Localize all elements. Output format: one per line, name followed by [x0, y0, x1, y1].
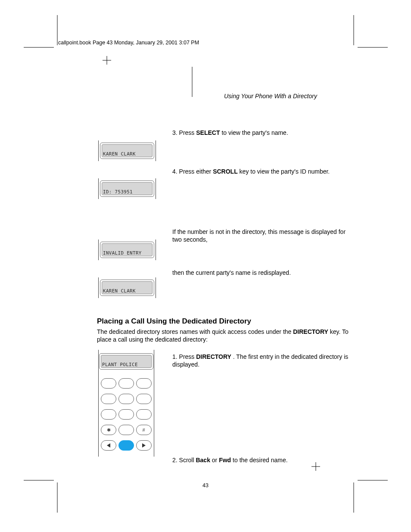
key-3[interactable]	[136, 378, 152, 389]
page: callpoint.book Page 43 Monday, January 2…	[0, 0, 411, 532]
frame-bar	[154, 350, 154, 457]
triangle-left-icon	[107, 443, 110, 448]
fwd-key-label: Fwd	[219, 457, 231, 464]
key-2[interactable]	[118, 378, 134, 389]
lcd-screen: ID: 753951	[100, 180, 154, 197]
key-8[interactable]	[118, 409, 134, 420]
scroll-key-label: SCROLL	[213, 168, 238, 175]
frame-bar	[156, 178, 156, 199]
key-5[interactable]	[118, 394, 134, 404]
key-7[interactable]	[101, 409, 116, 420]
crop-marks	[0, 0, 411, 532]
dir-step-1-a: 1. Press	[172, 353, 196, 360]
page-number: 43	[202, 482, 209, 488]
running-header: callpoint.book Page 43 Monday, January 2…	[58, 40, 199, 46]
lcd-invalid-display: INVALID ENTRY	[98, 240, 156, 260]
key-scroll-fwd[interactable]	[136, 440, 152, 451]
frame-bar	[98, 277, 99, 298]
step-4-a: 4. Press either	[172, 168, 213, 175]
lcd-text: KAREN CLARK	[103, 151, 151, 157]
key-star[interactable]: ✱	[101, 425, 116, 435]
key-scroll-back[interactable]	[101, 440, 116, 451]
lcd-text: INVALID ENTRY	[103, 250, 151, 256]
step-3-a: 3. Press	[172, 129, 196, 136]
frame-bar	[98, 350, 99, 457]
dir-step-2: 2. Scroll Back or Fwd to the desired nam…	[172, 457, 349, 464]
triangle-right-icon	[142, 443, 146, 448]
lcd-id-display: ID: 753951	[98, 178, 156, 199]
dir-step-2-mid: or	[212, 457, 219, 464]
frame-bar	[156, 240, 156, 260]
lcd-name-redisplay: KAREN CLARK	[98, 277, 156, 298]
lcd-text: ID: 753951	[103, 189, 151, 195]
section-body: The dedicated directory stores names wit…	[97, 328, 351, 343]
frame-bar	[98, 178, 99, 199]
key-directory[interactable]	[118, 440, 134, 451]
key-9[interactable]	[136, 409, 152, 420]
select-key-label: SELECT	[196, 129, 220, 136]
lcd-text: PLANT POLICE	[102, 362, 150, 367]
dir-step-2-b: to the desired name.	[233, 457, 288, 464]
step-3: 3. Press SELECT to view the party's name…	[172, 129, 288, 137]
section-body-a: The dedicated directory stores names wit…	[97, 328, 293, 335]
lcd-screen: INVALID ENTRY	[100, 242, 154, 258]
page-title: Using Your Phone With a Directory	[224, 93, 317, 100]
lcd-screen: KAREN CLARK	[100, 280, 154, 296]
lcd-screen: PLANT POLICE	[99, 353, 153, 370]
invalid-note-2: then the current party's name is redispl…	[172, 269, 349, 277]
invalid-note-1: If the number is not in the directory, t…	[172, 228, 349, 243]
step-4: 4. Press either SCROLL key to view the p…	[172, 168, 349, 176]
frame-bar	[98, 240, 99, 260]
section-heading: Placing a Call Using the Dedicated Direc…	[97, 317, 251, 326]
key-4[interactable]	[101, 394, 116, 404]
key-hash[interactable]: #	[136, 425, 152, 435]
step-3-b: to view the party's name.	[221, 129, 288, 136]
frame-bar	[98, 140, 99, 161]
dir-step-1: 1. Press DIRECTORY . The first entry in …	[172, 353, 349, 368]
step-4-b: key to view the party's ID number.	[240, 168, 330, 175]
directory-key-label-2: DIRECTORY	[196, 353, 231, 360]
phone-keypad: ✱ #	[100, 376, 152, 452]
phone-figure: PLANT POLICE ✱ #	[98, 350, 154, 457]
lcd-screen: KAREN CLARK	[100, 143, 154, 159]
directory-key-label: DIRECTORY	[293, 328, 328, 335]
lcd-text: KAREN CLARK	[103, 288, 151, 294]
key-6[interactable]	[136, 394, 152, 404]
key-1[interactable]	[101, 378, 116, 389]
dir-step-2-a: 2. Scroll	[172, 457, 196, 464]
lcd-name-display: KAREN CLARK	[98, 140, 156, 161]
back-key-label: Back	[196, 457, 210, 464]
frame-bar	[156, 140, 156, 161]
frame-bar	[156, 277, 156, 298]
key-0[interactable]	[118, 425, 134, 435]
